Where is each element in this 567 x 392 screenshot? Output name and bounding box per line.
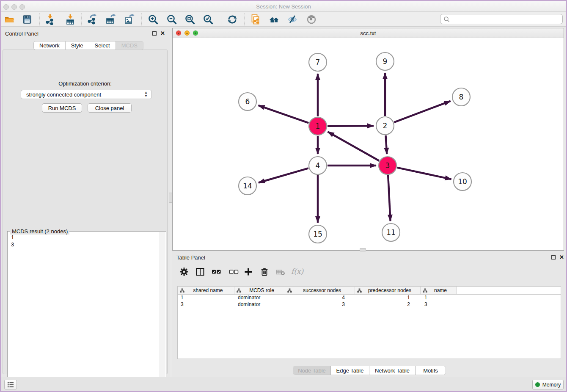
application-window: Session: New Session	[0, 0, 567, 392]
delete-row-trash-icon[interactable]	[259, 267, 270, 277]
run-mcds-button[interactable]: Run MCDS	[42, 103, 82, 113]
refresh-view-icon[interactable]	[227, 14, 238, 25]
zoom-fit-icon[interactable]	[184, 14, 195, 25]
column-header-name[interactable]: name	[421, 287, 457, 294]
tab-style[interactable]: Style	[66, 41, 89, 50]
tab-network[interactable]: Network	[33, 41, 66, 50]
tab-select[interactable]: Select	[89, 41, 116, 50]
result-line: 1	[11, 234, 14, 241]
toolbar-divider	[244, 13, 245, 25]
hide-panels-eye-slash-icon[interactable]	[287, 14, 298, 25]
control-panel-title: Control Panel	[5, 30, 39, 37]
task-history-button[interactable]	[4, 380, 17, 389]
criterion-value: strongly connected component	[26, 91, 101, 98]
zoom-in-icon[interactable]	[148, 14, 159, 25]
table-panel: Table Panel ✕	[172, 252, 564, 377]
vertical-splitter-grip[interactable]	[169, 193, 172, 203]
mcds-result-list: 1 3	[11, 234, 14, 248]
criterion-dropdown[interactable]: strongly connected component ▲▼	[21, 90, 152, 99]
import-network-icon[interactable]	[44, 14, 55, 25]
toolbar-divider	[141, 13, 142, 25]
column-header-successor-nodes[interactable]: successor nodes	[285, 287, 355, 294]
memory-button[interactable]: Memory	[532, 380, 564, 389]
status-bar: Memory	[0, 377, 567, 391]
search-box	[440, 14, 563, 24]
network-window-titlebar: × − + scc.txt	[173, 28, 564, 38]
column-header-predecessor-nodes[interactable]: predecessor nodes	[355, 287, 421, 294]
horizontal-splitter-grip[interactable]	[360, 248, 366, 251]
tab-node-table[interactable]: Node Table	[293, 366, 331, 375]
result-scrollbar[interactable]	[160, 232, 165, 392]
graph-node-label: 4	[316, 161, 320, 170]
graph-edge-1-6[interactable]	[258, 105, 308, 123]
graph-edge-3-1[interactable]	[328, 132, 379, 160]
export-table-icon[interactable]	[105, 14, 116, 25]
graph-node-label: 15	[313, 230, 322, 238]
graph-edge-2-8[interactable]	[394, 101, 451, 122]
attribute-icon	[423, 288, 427, 293]
table-row[interactable]: 3 dominator 3 2 3	[178, 301, 561, 308]
float-table-panel-icon[interactable]	[551, 255, 556, 259]
mcds-result-box: MCDS result (2 nodes) 1 3	[7, 231, 166, 392]
graph-node-label: 10	[458, 177, 467, 186]
import-table-icon[interactable]	[65, 14, 76, 25]
search-icon	[443, 16, 450, 23]
graph-edge-4-14[interactable]	[259, 168, 308, 182]
zoom-selected-icon[interactable]	[203, 14, 214, 25]
attribute-icon	[180, 288, 184, 293]
save-session-icon[interactable]	[22, 14, 33, 25]
dropdown-stepper-icon: ▲▼	[144, 91, 148, 98]
table-settings-gear-icon[interactable]	[179, 267, 189, 277]
toolbar-divider	[221, 13, 221, 25]
column-header-shared-name[interactable]: shared name	[178, 287, 234, 294]
graph-node-label: 2	[383, 121, 388, 130]
table-type-tabs: Node Table Edge Table Network Table Moti…	[293, 366, 446, 375]
graph-node-label: 7	[316, 58, 320, 66]
graph-node-label: 14	[243, 182, 252, 190]
tab-edge-table[interactable]: Edge Table	[331, 366, 369, 375]
select-all-icon[interactable]	[212, 267, 222, 277]
new-network-from-file-icon[interactable]	[250, 14, 261, 25]
memory-label: Memory	[542, 382, 561, 388]
export-image-icon[interactable]	[124, 14, 135, 25]
result-line: 3	[11, 241, 14, 248]
graph-edge-2-3[interactable]	[385, 135, 387, 154]
attribute-icon	[287, 288, 292, 293]
main-titlebar: Session: New Session	[0, 1, 567, 12]
export-network-icon[interactable]	[87, 14, 98, 25]
close-panel-button[interactable]: Close panel	[88, 103, 132, 113]
tab-motifs[interactable]: Motifs	[416, 366, 446, 375]
deselect-all-icon[interactable]	[229, 267, 239, 277]
close-table-panel-icon[interactable]: ✕	[559, 255, 564, 260]
graph-edge-1-2[interactable]	[328, 126, 374, 126]
window-border-top	[0, 0, 567, 1]
attribute-icon	[237, 288, 241, 293]
tab-network-table[interactable]: Network Table	[369, 366, 416, 375]
graph-edge-3-11[interactable]	[388, 175, 390, 221]
show-panel-eye-icon[interactable]	[306, 14, 317, 25]
tab-mcds[interactable]: MCDS	[116, 41, 143, 50]
graph-node-label: 1	[316, 122, 320, 130]
graph-node-label: 6	[245, 97, 250, 106]
open-session-folder-icon[interactable]	[4, 14, 15, 25]
home-layout-icon[interactable]	[269, 14, 280, 25]
window-title: Session: New Session	[0, 3, 567, 10]
graph-edge-3-10[interactable]	[397, 168, 451, 179]
column-header-mcds-role[interactable]: MCDS role	[234, 287, 285, 294]
float-panel-icon[interactable]	[152, 31, 157, 36]
split-panel-icon[interactable]	[195, 267, 205, 277]
list-icon	[7, 382, 14, 388]
mcds-tab-content: Optimization criterion: strongly connect…	[3, 50, 168, 374]
add-row-plus-icon[interactable]	[243, 267, 253, 277]
toolbar-divider	[39, 13, 40, 25]
close-panel-icon[interactable]: ✕	[160, 31, 165, 36]
network-graph[interactable]: 7968124314101511	[173, 38, 564, 250]
table-row[interactable]: 1 dominator 4 1 1	[178, 295, 561, 301]
graph-node-label: 9	[383, 57, 388, 66]
search-input[interactable]	[451, 15, 559, 23]
control-panel: Control Panel ✕ Network Style Select MCD…	[1, 27, 170, 377]
control-panel-tabs: Network Style Select MCDS	[33, 41, 143, 50]
delete-table-icon-disabled	[275, 267, 286, 277]
zoom-out-icon[interactable]	[166, 14, 177, 25]
window-border-left	[0, 0, 1, 392]
